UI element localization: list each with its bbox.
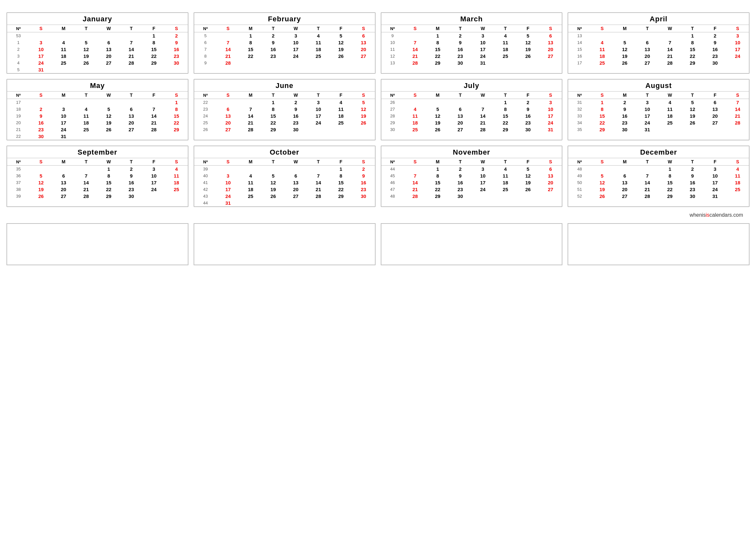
week-row: 3025262728293031 [381,126,562,133]
day-cell [75,32,97,40]
day-cell [426,99,449,106]
day-cell: 23 [165,53,188,60]
day-cell: 24 [704,186,726,193]
day-cell: 1 [262,99,284,106]
day-cell: 1 [659,166,681,173]
week-number: 25 [194,119,217,126]
day-cell: 3 [636,99,659,106]
day-cell: 16 [165,46,188,53]
col-header-day-2: M [613,158,636,166]
week-row: 3819202122232425 [7,186,188,193]
day-cell [517,193,539,200]
week-row: 392627282930 [7,193,188,200]
day-cell [352,200,375,206]
day-cell [239,166,262,173]
day-cell [217,99,239,106]
week-row: 3422232425262728 [568,119,749,126]
day-cell: 30 [449,193,472,200]
day-cell [30,99,52,106]
month-block-october: OctoberNºSMTWTFS391240345678941101112131… [194,146,376,207]
col-header-day-3: T [262,25,284,32]
day-cell: 7 [239,106,262,113]
day-cell: 24 [472,53,494,60]
day-cell: 7 [726,99,749,106]
day-cell: 5 [517,32,539,40]
week-row: 32891011121314 [568,106,749,113]
week-number: 35 [568,126,591,133]
day-cell [404,99,426,106]
day-cell: 15 [143,46,165,53]
day-cell: 7 [307,172,330,179]
week-number: 34 [568,119,591,126]
day-cell: 11 [75,113,97,119]
day-cell: 18 [239,186,262,193]
day-cell: 3 [726,32,749,40]
day-cell [726,60,749,66]
day-cell: 22 [659,186,681,193]
day-cell: 29 [165,126,188,133]
col-header-day-2: M [52,92,75,99]
day-cell [330,60,352,66]
col-header-sat: S [539,158,562,166]
day-cell: 10 [539,106,562,113]
day-cell: 11 [591,46,613,53]
day-cell: 19 [30,186,52,193]
day-cell [472,99,494,106]
day-cell: 15 [426,46,449,53]
day-cell [75,166,97,173]
week-number: 24 [194,113,217,119]
day-cell [494,193,517,200]
day-cell: 4 [75,106,97,113]
day-cell: 18 [659,113,681,119]
week-number: 17 [568,60,591,66]
day-cell: 6 [636,39,659,46]
day-cell: 27 [539,53,562,60]
day-cell: 26 [97,126,120,133]
month-table-december: NºSMTWTFS4812344956789101150121314151617… [568,158,749,200]
day-cell [239,200,262,206]
col-header-week: Nº [194,92,217,99]
day-cell [472,193,494,200]
week-row: 2016171819202122 [7,119,188,126]
week-number: 44 [194,200,217,206]
week-number: 52 [568,193,591,200]
week-row: 4217181920212223 [194,186,375,193]
day-cell: 24 [307,119,330,126]
week-number: 17 [7,99,30,106]
day-cell: 25 [494,53,517,60]
day-cell: 19 [591,186,613,193]
col-header-day-5: T [681,25,704,32]
day-cell: 5 [591,172,613,179]
day-cell: 22 [426,53,449,60]
col-header-day-4: W [284,25,307,32]
col-header-day-6: F [704,92,726,99]
day-cell [97,32,120,40]
week-number: 6 [194,39,217,46]
day-cell: 25 [75,126,97,133]
day-cell: 6 [704,99,726,106]
col-header-sun: S [591,25,613,32]
day-cell [517,60,539,66]
week-row: 678910111213 [194,39,375,46]
day-cell: 8 [591,106,613,113]
day-cell [97,99,120,106]
month-block-february: FebruaryNºSMTWTFS51234566789101112137141… [194,12,376,74]
day-cell: 2 [352,166,375,173]
day-cell: 16 [262,46,284,53]
day-cell: 21 [404,186,426,193]
col-header-week: Nº [568,158,591,166]
col-header-day-2: M [426,158,449,166]
week-number: 39 [194,166,217,173]
day-cell: 2 [284,99,307,106]
day-cell: 9 [681,172,704,179]
col-header-day-4: W [659,25,681,32]
week-number: 7 [194,46,217,53]
week-row: 35293031 [568,126,749,133]
week-number: 44 [381,166,404,173]
day-cell [30,166,52,173]
day-cell: 15 [239,46,262,53]
month-block-december: DecemberNºSMTWTFS48123449567891011501213… [568,146,749,207]
day-cell: 20 [539,46,562,53]
day-cell: 7 [75,172,97,179]
day-cell: 22 [143,53,165,60]
